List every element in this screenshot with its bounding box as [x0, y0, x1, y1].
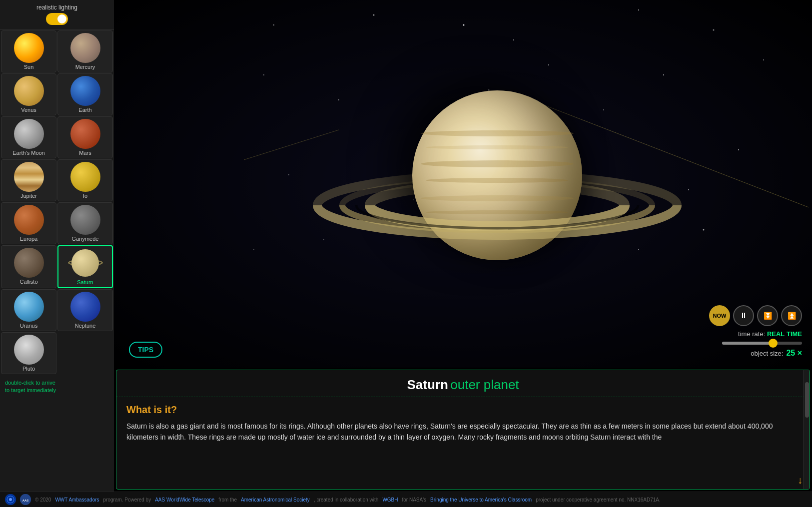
speed-up-button[interactable]: ⏫	[781, 305, 802, 326]
tips-button[interactable]: TIPS	[129, 342, 162, 358]
svg-point-16	[638, 249, 639, 250]
wwt-logo	[5, 494, 16, 505]
size-slider-thumb[interactable]	[769, 339, 778, 348]
realistic-lighting-section: realistic lighting	[0, 0, 114, 29]
sun-label: Sun	[24, 64, 34, 70]
main-viewport: TIPS NOW ⏸ ⏬ ⏫ time rate: REAL TIME	[114, 0, 812, 492]
planet-card-earths-moon[interactable]: Earth's Moon	[1, 116, 56, 158]
earth-image	[65, 76, 105, 106]
toggle-knob	[57, 14, 66, 23]
footer-copyright: © 2020	[35, 497, 51, 503]
footer-nasa-prefix: for NASA's	[402, 497, 427, 503]
svg-point-8	[663, 74, 664, 75]
planet-card-io[interactable]: Io	[57, 159, 113, 201]
sidebar: realistic lighting Sun Mercury	[0, 0, 114, 492]
scrollbar-thumb[interactable]	[805, 382, 809, 418]
planet-type: outer planet	[450, 377, 519, 392]
uranus-image	[9, 292, 49, 322]
speed-down-button[interactable]: ⏬	[757, 305, 778, 326]
controls-overlay: NOW ⏸ ⏬ ⏫ time rate: REAL TIME	[709, 305, 802, 358]
sun-image	[9, 33, 49, 63]
scrollbar-track	[804, 370, 810, 489]
object-size-control	[722, 342, 802, 345]
scroll-down-arrow[interactable]: ↓	[798, 475, 803, 486]
callisto-image	[9, 248, 49, 278]
what-is-it-heading: What is it?	[126, 404, 800, 416]
svg-text:AAS: AAS	[22, 499, 29, 502]
info-description: Saturn is also a gas giant and is most f…	[126, 421, 800, 443]
neptune-label: Neptune	[75, 323, 96, 329]
size-slider-fill	[722, 342, 770, 345]
footer-wwt-link[interactable]: WWT Ambassadors	[55, 497, 99, 503]
svg-point-3	[638, 9, 639, 10]
svg-point-15	[253, 249, 254, 250]
planet-card-uranus[interactable]: Uranus	[1, 289, 56, 331]
main-area: realistic lighting Sun Mercury	[0, 0, 812, 492]
jupiter-label: Jupiter	[20, 193, 37, 199]
earths-moon-image	[9, 119, 49, 149]
pause-button[interactable]: ⏸	[733, 305, 754, 326]
svg-point-14	[738, 149, 739, 150]
svg-point-21	[703, 229, 705, 231]
planet-card-neptune[interactable]: Neptune	[57, 289, 113, 331]
planet-card-europa[interactable]: Europa	[1, 202, 56, 244]
svg-point-13	[288, 174, 289, 175]
object-size-row: object size: 25 ×	[751, 349, 802, 358]
neptune-image	[65, 292, 105, 322]
footer-bringing-link[interactable]: Bringing the Universe to America's Class…	[430, 497, 532, 503]
object-size-label: object size:	[751, 350, 783, 357]
planet-card-ganymede[interactable]: Ganymede	[57, 202, 113, 244]
io-image	[65, 162, 105, 192]
svg-point-5	[263, 74, 264, 75]
mars-label: Mars	[79, 150, 91, 156]
callisto-label: Callisto	[19, 279, 37, 285]
footer-agreement: project under cooperative agreement no. …	[536, 497, 661, 503]
footer-aas-link[interactable]: AAS WorldWide Telescope	[155, 497, 214, 503]
svg-point-31	[370, 184, 625, 226]
planet-card-earth[interactable]: Earth	[57, 73, 113, 115]
pluto-label: Pluto	[22, 366, 35, 372]
playback-controls: NOW ⏸ ⏬ ⏫	[709, 305, 802, 326]
info-panel: Saturn outer planet What is it? Saturn i…	[116, 370, 810, 490]
svg-point-2	[513, 39, 514, 40]
planet-card-sun[interactable]: Sun	[1, 30, 56, 72]
svg-line-23	[244, 130, 339, 160]
uranus-label: Uranus	[20, 323, 37, 329]
svg-point-9	[763, 59, 764, 60]
svg-point-17	[463, 24, 465, 26]
footer-collab: , created in collaboration with	[314, 497, 379, 503]
planet-card-saturn[interactable]: Saturn	[57, 245, 113, 288]
planet-card-jupiter[interactable]: Jupiter	[1, 159, 56, 201]
planet-card-venus[interactable]: Venus	[1, 73, 56, 115]
planet-grid: Sun Mercury Venus Earth	[0, 29, 114, 375]
realistic-lighting-toggle[interactable]	[46, 13, 68, 25]
europa-image	[9, 205, 49, 235]
space-view[interactable]: TIPS NOW ⏸ ⏬ ⏫ time rate: REAL TIME	[114, 0, 812, 368]
info-body[interactable]: What is it? Saturn is also a gas giant a…	[116, 397, 810, 489]
planet-card-mercury[interactable]: Mercury	[57, 30, 113, 72]
mars-image	[65, 119, 105, 149]
time-rate-suffix: TIME	[787, 330, 802, 338]
venus-image	[9, 76, 49, 106]
time-rate-display: time rate: REAL TIME	[738, 330, 802, 338]
svg-point-4	[713, 29, 715, 31]
size-slider[interactable]	[722, 342, 802, 345]
now-button[interactable]: NOW	[709, 305, 730, 326]
planet-card-pluto[interactable]: Pluto	[1, 332, 56, 374]
footer-from: from the	[218, 497, 237, 503]
svg-point-35	[9, 498, 12, 501]
hint-text: double-click to arrive to target immedia…	[0, 375, 114, 399]
svg-point-19	[603, 109, 604, 110]
planet-card-callisto[interactable]: Callisto	[1, 245, 56, 288]
mercury-image	[65, 33, 105, 63]
earth-label: Earth	[78, 107, 91, 113]
footer: AAS © 2020 WWT Ambassadors program. Powe…	[0, 492, 812, 507]
pluto-image	[9, 335, 49, 365]
footer-american-link[interactable]: American Astronomical Society	[241, 497, 310, 503]
earths-moon-label: Earth's Moon	[12, 150, 44, 156]
planet-card-mars[interactable]: Mars	[57, 116, 113, 158]
footer-wgbh-link[interactable]: WGBH	[382, 497, 398, 503]
object-size-value: 25 ×	[786, 349, 802, 358]
time-rate-prefix: time rate:	[738, 330, 765, 338]
nasa-logo: AAS	[20, 494, 31, 505]
